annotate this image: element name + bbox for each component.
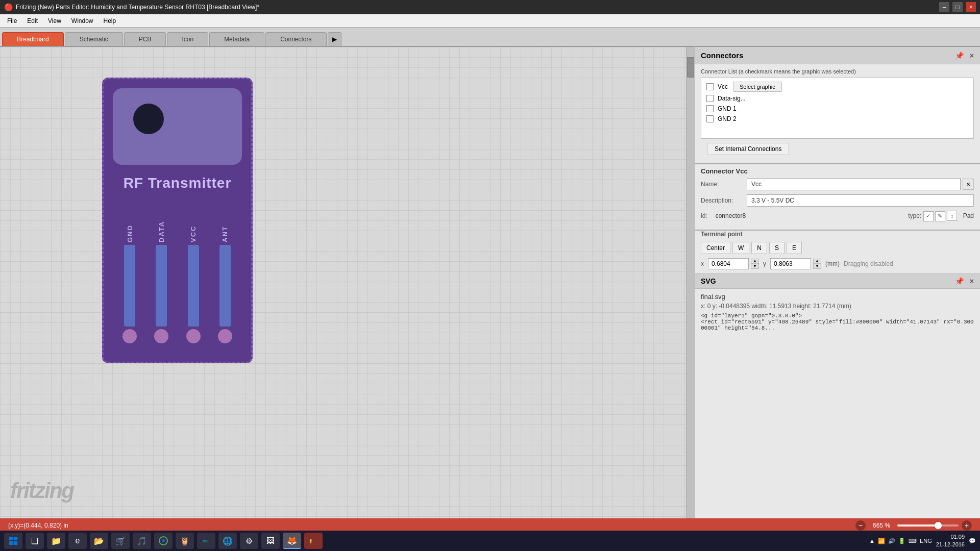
terminal-n-button[interactable]: N — [751, 242, 767, 254]
app-icon: 🔴 — [4, 3, 13, 11]
connector-vcc-checkbox[interactable] — [706, 83, 714, 90]
connector-gnd1-checkbox[interactable] — [706, 105, 714, 112]
canvas-area[interactable]: fritzing RF Transmitter GND — [0, 47, 686, 518]
svg-code-line2: <rect id="rect5591" y="408.26489" style=… — [701, 319, 974, 331]
terminal-w-button[interactable]: W — [732, 242, 749, 254]
terminal-e-button[interactable]: E — [787, 242, 802, 254]
zoom-value: 665 % — [869, 522, 894, 529]
taskbar-store-button[interactable]: 🛒 — [111, 533, 130, 549]
taskbar-chrome-button[interactable] — [154, 533, 173, 549]
svg-rect-2 — [9, 541, 13, 545]
type-sort-icon[interactable]: ↕ — [947, 211, 957, 221]
menu-window[interactable]: Window — [66, 16, 99, 26]
name-field-row: Name: × — [701, 178, 974, 190]
taskbar-notification-icon[interactable]: 💬 — [969, 538, 976, 544]
taskbar-lang[interactable]: ENG — [920, 538, 932, 544]
taskbar-settings-button[interactable]: ⚙ — [240, 533, 258, 549]
terminal-section: Terminal point Center W N S E x ▲ ▼ y — [695, 231, 980, 273]
taskbar-explorer-button[interactable]: 📁 — [47, 533, 65, 549]
taskbar-ie-button[interactable]: e — [68, 533, 87, 549]
zoom-slider-thumb[interactable] — [935, 522, 942, 529]
tab-metadata[interactable]: Metadata — [209, 32, 264, 46]
terminal-center-button[interactable]: Center — [701, 242, 730, 254]
pin-data-label: DATA — [158, 207, 165, 242]
taskbar-firefox-button[interactable]: 🦊 — [283, 533, 301, 549]
description-label: Description: — [701, 197, 747, 204]
taskbar-photos-button[interactable]: 🖼 — [261, 533, 280, 549]
taskbar-arduino-button[interactable]: ∞ — [197, 533, 215, 549]
taskbar-foobar-button[interactable]: 🎵 — [133, 533, 151, 549]
taskbar-task-view-button[interactable]: ❑ — [26, 533, 44, 549]
y-spin-up[interactable]: ▲ — [813, 259, 821, 264]
connector-gnd1-name: GND 1 — [718, 105, 737, 112]
connector-item-datasig[interactable]: Data-sig... — [703, 93, 971, 104]
menu-help[interactable]: Help — [99, 16, 121, 26]
connector-list: Vcc Select graphic Data-sig... GND 1 GND… — [701, 78, 974, 139]
svg-rect-0 — [9, 537, 13, 540]
x-spin-down[interactable]: ▼ — [751, 264, 759, 269]
taskbar-fritzing-button[interactable]: f — [304, 533, 323, 549]
name-input[interactable] — [747, 178, 961, 190]
connector-datasig-name: Data-sig... — [718, 95, 746, 102]
pin-vcc: VCC — [186, 207, 201, 343]
taskbar-files-button[interactable]: 📂 — [90, 533, 108, 549]
connector-gnd2-checkbox[interactable] — [706, 115, 714, 122]
connector-item-gnd2[interactable]: GND 2 — [703, 114, 971, 124]
terminal-header: Terminal point — [701, 231, 974, 238]
coord-row: x ▲ ▼ y ▲ ▼ (mm) Dragging — [701, 258, 974, 269]
svg-close-icon[interactable]: × — [970, 277, 974, 285]
taskbar-keyboard-icon[interactable]: ⌨ — [909, 538, 917, 544]
connectors-panel: Connectors 📌 × Connector List (a checkma… — [695, 47, 980, 164]
name-label: Name: — [701, 181, 747, 188]
close-button[interactable]: × — [966, 2, 976, 12]
svg-rect-1 — [14, 537, 17, 540]
description-input[interactable] — [747, 194, 974, 207]
maximize-button[interactable]: □ — [952, 2, 963, 12]
x-input[interactable] — [708, 258, 749, 269]
canvas-scrollbar[interactable] — [686, 47, 694, 518]
taskbar-tripadvisor-button[interactable]: 🦉 — [176, 533, 194, 549]
taskbar-volume-icon[interactable]: 🔊 — [888, 538, 895, 544]
type-checkmark-icon[interactable]: ✓ — [923, 211, 934, 221]
x-spin-up[interactable]: ▲ — [751, 259, 759, 264]
select-graphic-button[interactable]: Select graphic — [733, 82, 782, 92]
name-clear-button[interactable]: × — [963, 179, 974, 190]
connectors-header-icons: 📌 × — [955, 51, 974, 60]
taskbar-clock[interactable]: 01:09 21-12-2016 — [936, 533, 965, 549]
menu-edit[interactable]: Edit — [22, 16, 43, 26]
terminal-s-button[interactable]: S — [769, 242, 785, 254]
connector-details-header: Connector Vcc — [701, 164, 974, 178]
type-label: type: — [908, 212, 921, 219]
connectors-body: Connector List (a checkmark means the gr… — [695, 64, 980, 163]
tab-pcb[interactable]: PCB — [124, 32, 166, 46]
type-section: type: ✓ ✎ ↕ Pad — [908, 211, 974, 221]
taskbar-start-button[interactable] — [4, 533, 22, 549]
zoom-out-button[interactable]: − — [855, 520, 866, 531]
y-input[interactable] — [770, 258, 811, 269]
taskbar-browser2-button[interactable]: 🌐 — [218, 533, 237, 549]
tab-connectors[interactable]: Connectors — [265, 32, 326, 46]
connectors-close-icon[interactable]: × — [970, 52, 974, 60]
tab-scroll-right[interactable]: ▶ — [328, 32, 341, 46]
menu-view[interactable]: View — [43, 16, 66, 26]
scrollbar-thumb[interactable] — [687, 57, 694, 78]
connector-item-vcc[interactable]: Vcc Select graphic — [703, 80, 971, 93]
set-internal-connections-button[interactable]: Set Internal Connections — [707, 143, 789, 155]
tab-breadboard[interactable]: Breadboard — [2, 32, 64, 46]
connectors-pin-icon[interactable]: 📌 — [955, 52, 964, 60]
connector-item-gnd1[interactable]: GND 1 — [703, 104, 971, 114]
zoom-in-button[interactable]: + — [962, 520, 972, 531]
minimize-button[interactable]: – — [939, 2, 949, 12]
type-edit-icon[interactable]: ✎ — [935, 211, 945, 221]
window-title: Fritzing (New) Parts Editor: Humidity an… — [16, 4, 259, 11]
taskbar-battery-icon: 🔋 — [898, 538, 905, 544]
svg-pin-icon[interactable]: 📌 — [955, 277, 964, 285]
zoom-slider-track[interactable] — [897, 524, 959, 527]
y-spin-down[interactable]: ▼ — [813, 264, 821, 269]
menu-file[interactable]: File — [2, 16, 22, 26]
taskbar-arrow-icon[interactable]: ▲ — [869, 538, 875, 544]
tab-icon[interactable]: Icon — [167, 32, 208, 46]
connector-datasig-checkbox[interactable] — [706, 95, 714, 102]
tab-schematic[interactable]: Schematic — [65, 32, 123, 46]
svg-text:f: f — [310, 537, 312, 545]
